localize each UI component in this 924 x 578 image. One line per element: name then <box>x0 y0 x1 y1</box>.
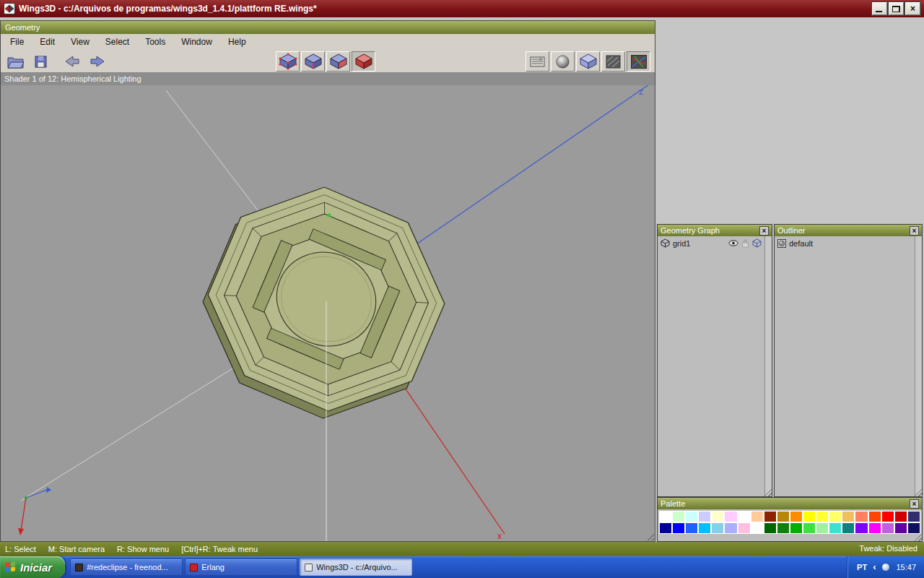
palette-swatch[interactable] <box>816 522 829 534</box>
open-file-button[interactable] <box>4 51 27 72</box>
menu-item-help[interactable]: Help <box>220 35 254 49</box>
window-titlebar[interactable]: Wings3D - c:/Arquivos de programas/wings… <box>0 0 924 17</box>
save-icon <box>34 55 48 69</box>
view-settings-button[interactable] <box>526 51 549 72</box>
palette-swatch[interactable] <box>829 511 842 522</box>
palette-swatch[interactable] <box>907 522 920 534</box>
palette-swatch[interactable] <box>868 511 881 522</box>
status-tweak-hint: [Ctrl]+R: Tweak menu <box>181 545 258 553</box>
wireframe-toggle-cube-icon[interactable] <box>752 238 762 248</box>
task-button-erlang[interactable]: Erlang <box>185 558 297 576</box>
clock[interactable]: 15:47 <box>896 563 916 571</box>
palette-swatch[interactable] <box>907 511 920 522</box>
geometry-graph-item[interactable]: grid1 <box>658 236 764 250</box>
palette-swatch[interactable] <box>751 522 764 534</box>
palette-swatch[interactable] <box>777 511 790 522</box>
geometry-graph-close-button[interactable]: × <box>759 226 769 236</box>
geometry-window: Geometry File Edit View Select Tools Win… <box>0 20 655 542</box>
perspective-cube-icon <box>579 53 598 70</box>
menu-item-tools[interactable]: Tools <box>137 35 173 49</box>
restore-button[interactable] <box>889 2 904 15</box>
scene-3d[interactable]: x z <box>1 73 655 541</box>
palette-swatch[interactable] <box>855 511 868 522</box>
model-platform[interactable] <box>180 162 468 444</box>
select-vertex-button[interactable] <box>276 51 300 72</box>
palette-swatch[interactable] <box>724 511 737 522</box>
palette-swatch[interactable] <box>685 511 698 522</box>
menu-item-window[interactable]: Window <box>173 35 220 49</box>
task-button-wings3d[interactable]: Wings3D - c:/Arquivo... <box>300 558 412 576</box>
palette-swatch[interactable] <box>738 522 751 534</box>
select-face-button[interactable] <box>326 51 350 72</box>
palette-swatch[interactable] <box>816 511 829 522</box>
palette-swatch[interactable] <box>790 522 803 534</box>
palette-swatch[interactable] <box>711 522 724 534</box>
palette-swatch[interactable] <box>868 522 881 534</box>
palette-swatch[interactable] <box>894 511 907 522</box>
palette-title: Palette <box>661 499 910 508</box>
minimize-icon <box>876 11 882 12</box>
wireframe-button[interactable] <box>601 51 625 72</box>
outliner-titlebar[interactable]: Outliner × <box>775 225 922 236</box>
undo-button[interactable] <box>60 51 84 72</box>
geometry-window-titlebar[interactable]: Geometry <box>1 21 655 34</box>
smooth-shading-button[interactable] <box>551 51 575 72</box>
palette-swatch[interactable] <box>672 511 685 522</box>
geometry-graph-titlebar[interactable]: Geometry Graph × <box>658 225 772 236</box>
palette-swatch[interactable] <box>829 522 842 534</box>
palette-swatch[interactable] <box>659 522 672 534</box>
body-mode-cube-icon <box>354 53 373 70</box>
save-file-button[interactable] <box>29 51 53 72</box>
show-axes-button[interactable] <box>627 51 650 72</box>
palette-swatch[interactable] <box>724 522 737 534</box>
palette-swatch[interactable] <box>803 511 816 522</box>
palette-swatch[interactable] <box>672 522 685 534</box>
palette-swatch[interactable] <box>711 511 724 522</box>
viewport-3d[interactable]: Shader 1 of 12: Hemispherical Lighting <box>1 73 655 541</box>
select-body-button[interactable] <box>352 51 375 72</box>
palette-swatch[interactable] <box>738 511 751 522</box>
perspective-view-button[interactable] <box>576 51 600 72</box>
view-options-group <box>526 51 650 72</box>
palette-swatch[interactable] <box>894 522 907 534</box>
palette-swatch[interactable] <box>764 522 777 534</box>
lock-icon[interactable] <box>741 239 749 248</box>
palette-swatch[interactable] <box>698 522 711 534</box>
palette-titlebar[interactable]: Palette × <box>658 498 922 509</box>
outliner-item[interactable]: default <box>775 236 915 250</box>
palette-swatch[interactable] <box>659 511 672 522</box>
palette-swatch[interactable] <box>764 511 777 522</box>
palette-swatch[interactable] <box>777 522 790 534</box>
palette-swatch[interactable] <box>790 511 803 522</box>
outliner-close-button[interactable]: × <box>910 226 919 236</box>
palette-swatch[interactable] <box>842 511 855 522</box>
menu-item-file[interactable]: File <box>2 35 32 49</box>
redo-button[interactable] <box>85 51 109 72</box>
palette-swatch[interactable] <box>881 511 894 522</box>
palette-swatch[interactable] <box>751 511 764 522</box>
minimize-button[interactable] <box>872 2 887 15</box>
start-label: Iniciar <box>20 561 52 574</box>
palette-swatch[interactable] <box>698 511 711 522</box>
menu-item-edit[interactable]: Edit <box>32 35 63 49</box>
task-button-irc[interactable]: #redeclipse - freenod... <box>70 558 183 576</box>
tray-chevron-icon[interactable]: ‹ <box>873 564 876 571</box>
menu-item-select[interactable]: Select <box>97 35 137 49</box>
close-button[interactable]: × <box>905 2 920 15</box>
palette-swatch[interactable] <box>803 522 816 534</box>
geometry-graph-scrollbar[interactable] <box>764 236 772 496</box>
palette-swatch[interactable] <box>881 522 894 534</box>
visibility-eye-icon[interactable] <box>728 240 738 246</box>
outliner-scrollbar[interactable] <box>915 236 922 496</box>
tray-status-icon[interactable] <box>881 563 890 571</box>
language-indicator[interactable]: PT <box>857 563 867 571</box>
start-button[interactable]: Iniciar <box>0 556 65 578</box>
selected-vertex[interactable] <box>328 214 331 217</box>
palette-swatch[interactable] <box>842 522 855 534</box>
palette-swatch[interactable] <box>685 522 698 534</box>
palette-swatch[interactable] <box>855 522 868 534</box>
menu-item-view[interactable]: View <box>63 35 97 49</box>
select-edge-button[interactable] <box>301 51 325 72</box>
palette-close-button[interactable]: × <box>910 499 919 509</box>
folder-open-icon <box>7 55 25 69</box>
